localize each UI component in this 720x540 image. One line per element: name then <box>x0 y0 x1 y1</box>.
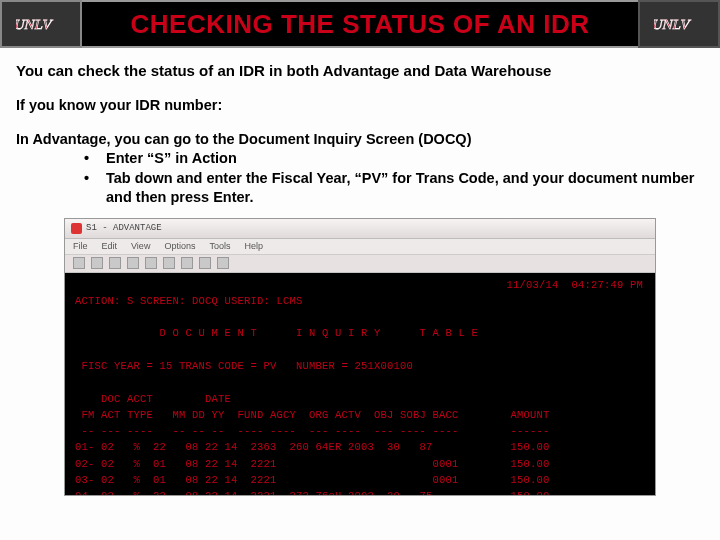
svg-text:UNLV: UNLV <box>16 16 55 32</box>
table-row: 01- 02 % 22 08 22 14 2363 260 64ER 2003 … <box>75 441 550 453</box>
toolbar-icon[interactable] <box>163 257 175 269</box>
toolbar-icon[interactable] <box>73 257 85 269</box>
advantage-screenshot: S1 - ADVANTAGE File Edit View Options To… <box>64 218 656 496</box>
app-icon <box>71 223 82 234</box>
table-row: 02- 02 % 01 08 22 14 2221 0001 150.00 <box>75 458 550 470</box>
menu-item[interactable]: Edit <box>102 241 118 251</box>
if-know-line: If you know your IDR number: <box>16 97 704 113</box>
unlv-logo-icon: UNLV <box>654 9 704 39</box>
toolbar-icon[interactable] <box>127 257 139 269</box>
slide-title: CHECKING THE STATUS OF AN IDR <box>82 0 638 48</box>
list-item: Tab down and enter the Fiscal Year, “PV”… <box>84 169 704 208</box>
window-titlebar: S1 - ADVANTAGE <box>65 219 655 239</box>
logo-right: UNLV <box>638 0 720 48</box>
toolbar-icon[interactable] <box>217 257 229 269</box>
toolbar-icon[interactable] <box>109 257 121 269</box>
menu-item[interactable]: Tools <box>209 241 230 251</box>
svg-text:UNLV: UNLV <box>654 16 693 32</box>
table-row: 04- 02 % 22 08 22 14 2221 272 76eH 2003 … <box>75 490 550 496</box>
col-header: FM ACT TYPE MM DD YY FUND AGCY ORG ACTV … <box>75 409 550 421</box>
banner: D O C U M E N T I N Q U I R Y T A B L E <box>160 327 479 339</box>
menu-item[interactable]: Options <box>164 241 195 251</box>
instruction-list: Enter “S” in Action Tab down and enter t… <box>16 149 704 208</box>
toolbar-icon[interactable] <box>199 257 211 269</box>
logo-left: UNLV <box>0 0 82 48</box>
col-dashes: -- --- ---- -- -- -- ---- ---- --- ---- … <box>75 425 550 437</box>
toolbar <box>65 255 655 273</box>
menu-item[interactable]: File <box>73 241 88 251</box>
table-row: 03- 02 % 01 08 22 14 2221 0001 150.00 <box>75 474 550 486</box>
terminal-screen: ACTION: S SCREEN: DOCQ USERID: LCMS11/03… <box>65 273 655 495</box>
content-area: You can check the status of an IDR in bo… <box>0 48 720 496</box>
unlv-logo-icon: UNLV <box>16 9 66 39</box>
list-item: Enter “S” in Action <box>84 149 704 169</box>
toolbar-icon[interactable] <box>181 257 193 269</box>
menu-item[interactable]: View <box>131 241 150 251</box>
query-line: FISC YEAR = 15 TRANS CODE = PV NUMBER = … <box>82 360 414 372</box>
menu-bar: File Edit View Options Tools Help <box>65 239 655 255</box>
title-bar: UNLV CHECKING THE STATUS OF AN IDR UNLV <box>0 0 720 48</box>
menu-item[interactable]: Help <box>244 241 263 251</box>
toolbar-icon[interactable] <box>91 257 103 269</box>
col-header: DOC ACCT DATE <box>75 393 231 405</box>
window-title: S1 - ADVANTAGE <box>86 223 162 233</box>
toolbar-icon[interactable] <box>145 257 157 269</box>
intro-text: You can check the status of an IDR in bo… <box>16 62 704 79</box>
advantage-line: In Advantage, you can go to the Document… <box>16 131 704 147</box>
action-line: ACTION: S SCREEN: DOCQ USERID: LCMS <box>75 295 303 307</box>
datetime: 11/03/14 04:27:49 PM <box>506 277 643 293</box>
